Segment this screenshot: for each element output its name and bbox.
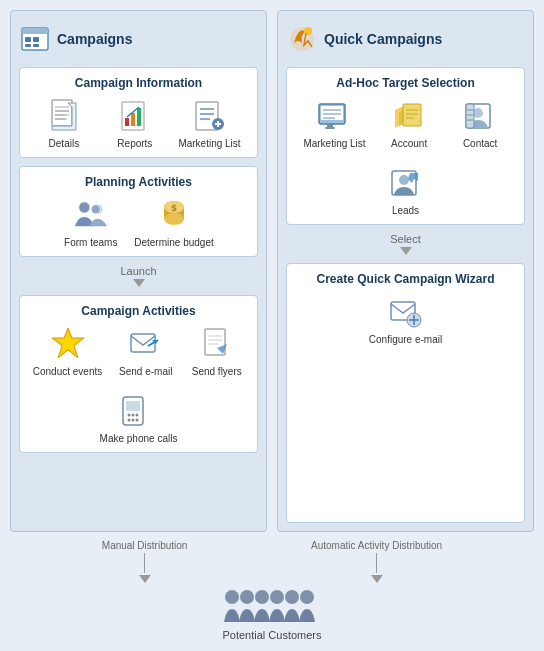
manual-distribution: Manual Distribution [102, 540, 188, 583]
campaign-information-box: Campaign Information [19, 67, 258, 158]
contact-icon [462, 98, 498, 134]
form-teams-item[interactable]: Form teams [63, 197, 118, 248]
bottom-section: Manual Distribution Automatic Activity D… [10, 540, 534, 641]
quick-campaigns-title: Quick Campaigns [324, 31, 442, 47]
form-teams-label: Form teams [64, 237, 117, 248]
svg-point-51 [136, 419, 139, 422]
campaign-info-icons: Details Reports [28, 98, 249, 149]
svg-rect-4 [25, 44, 31, 47]
automatic-distribution-label: Automatic Activity Distribution [311, 540, 442, 551]
svg-rect-17 [131, 113, 135, 126]
marketing-list-label: Marketing List [178, 138, 240, 149]
manual-arrow-down [139, 575, 151, 583]
contact-item[interactable]: Contact [453, 98, 508, 149]
conduct-events-label: Conduct events [33, 366, 103, 377]
svg-point-28 [78, 202, 89, 213]
svg-point-29 [91, 205, 100, 214]
account-label: Account [391, 138, 427, 149]
svg-point-47 [132, 414, 135, 417]
create-wizard-box: Create Quick Campaign Wizard [286, 263, 525, 523]
potential-customers: Potential Customers [212, 587, 332, 641]
reports-icon [117, 98, 153, 134]
manual-distribution-label: Manual Distribution [102, 540, 188, 551]
right-panel: Quick Campaigns Ad-Hoc Target Selection [277, 10, 534, 532]
send-email-icon [128, 326, 164, 362]
campaign-activities-title: Campaign Activities [28, 304, 249, 318]
marketing-list-item[interactable]: Marketing List [178, 98, 240, 149]
leads-label: Leads [392, 205, 419, 216]
svg-rect-67 [466, 104, 474, 128]
send-email-item[interactable]: Send e-mail [118, 326, 173, 377]
svg-point-46 [128, 414, 131, 417]
reports-label: Reports [117, 138, 152, 149]
conduct-events-icon [50, 326, 86, 362]
launch-arrow-icon [133, 279, 145, 287]
svg-point-78 [240, 590, 254, 604]
left-panel: Campaigns Campaign Information [10, 10, 267, 532]
reports-item[interactable]: Reports [107, 98, 162, 149]
select-arrow: Select [286, 233, 525, 255]
svg-rect-3 [33, 37, 39, 42]
svg-rect-2 [25, 37, 31, 42]
ml-target-icon [317, 98, 353, 134]
form-teams-icon [73, 197, 109, 233]
svg-point-48 [136, 414, 139, 417]
details-item[interactable]: Details [36, 98, 91, 149]
configure-email-item[interactable]: Configure e-mail [369, 294, 442, 345]
customers-label: Potential Customers [222, 629, 321, 641]
adhoc-icons: Marketing List [295, 98, 516, 216]
svg-rect-59 [327, 124, 333, 127]
determine-budget-icon: $ [156, 197, 192, 233]
svg-point-49 [128, 419, 131, 422]
svg-point-77 [225, 590, 239, 604]
details-label: Details [49, 138, 80, 149]
create-wizard-title: Create Quick Campaign Wizard [295, 272, 516, 286]
conduct-events-item[interactable]: Conduct events [33, 326, 103, 377]
svg-point-79 [255, 590, 269, 604]
svg-rect-16 [125, 118, 129, 126]
main-container: Campaigns Campaign Information [0, 0, 544, 651]
planning-activities-box: Planning Activities [19, 166, 258, 257]
leads-item[interactable]: Leads [378, 165, 433, 216]
distribution-arrows: Manual Distribution Automatic Activity D… [10, 540, 534, 583]
campaign-activities-icons: Conduct events Send e-mail [28, 326, 249, 444]
account-icon [391, 98, 427, 134]
ml-target-item[interactable]: Marketing List [303, 98, 365, 149]
send-flyers-icon [199, 326, 235, 362]
svg-rect-45 [126, 401, 140, 411]
determine-budget-item[interactable]: $ Determine budget [134, 197, 214, 248]
phone-calls-icon [120, 393, 156, 429]
campaigns-title: Campaigns [57, 31, 132, 47]
auto-arrow-line [376, 553, 377, 573]
svg-point-80 [270, 590, 284, 604]
adhoc-target-title: Ad-Hoc Target Selection [295, 76, 516, 90]
select-arrow-icon [400, 247, 412, 255]
svg-text:$: $ [171, 203, 176, 213]
phone-calls-item[interactable]: Make phone calls [100, 393, 178, 444]
configure-email-icon [388, 294, 424, 330]
ml-target-label: Marketing List [303, 138, 365, 149]
customers-icon [212, 587, 332, 627]
quick-campaigns-icon [286, 23, 318, 55]
phone-calls-label: Make phone calls [100, 433, 178, 444]
svg-rect-61 [403, 104, 421, 126]
top-section: Campaigns Campaign Information [10, 10, 534, 532]
campaigns-icon [19, 23, 51, 55]
svg-rect-1 [22, 28, 48, 34]
campaign-information-title: Campaign Information [28, 76, 249, 90]
svg-rect-18 [137, 108, 141, 126]
determine-budget-label: Determine budget [134, 237, 214, 248]
campaigns-header: Campaigns [19, 19, 258, 59]
campaign-activities-box: Campaign Activities Conduct events [19, 295, 258, 453]
leads-icon [388, 165, 424, 201]
send-flyers-item[interactable]: Send flyers [189, 326, 244, 377]
auto-arrow-down [371, 575, 383, 583]
manual-arrow-line [144, 553, 145, 573]
planning-icons: Form teams $ Determine bud [28, 197, 249, 248]
send-flyers-label: Send flyers [192, 366, 242, 377]
account-item[interactable]: Account [382, 98, 437, 149]
contact-label: Contact [463, 138, 497, 149]
svg-point-72 [399, 175, 409, 185]
configure-email-label: Configure e-mail [369, 334, 442, 345]
launch-arrow: Launch [19, 265, 258, 287]
